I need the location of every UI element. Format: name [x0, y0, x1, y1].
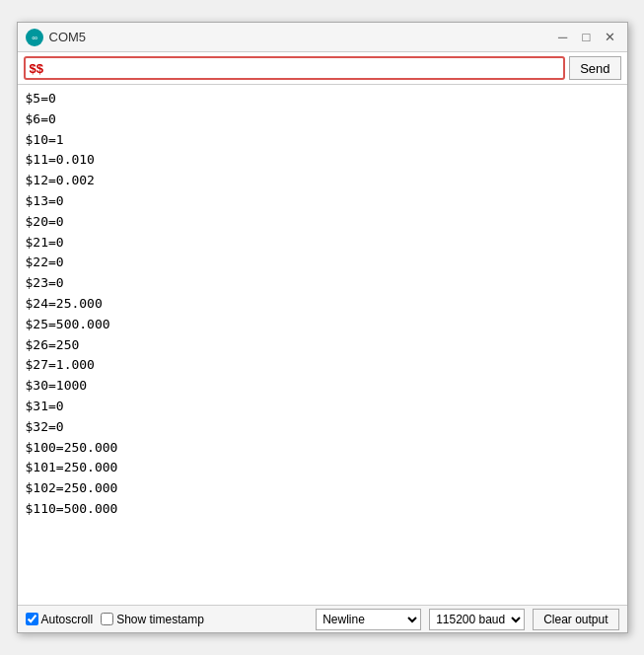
newline-select[interactable]: Newline No line ending Carriage return B…: [316, 609, 421, 630]
output-line: $5=0: [26, 89, 619, 109]
output-line: $110=500.000: [26, 499, 619, 520]
autoscroll-label[interactable]: Autoscroll: [26, 613, 94, 626]
output-line: $6=0: [26, 109, 619, 130]
maximize-button[interactable]: □: [578, 29, 596, 46]
app-icon: ∞: [26, 29, 43, 46]
baud-select[interactable]: 115200 baud 300 1200 9600 57600: [429, 609, 525, 630]
title-bar: ∞ COM5 ─ □ ✕: [18, 23, 627, 52]
status-bar: Autoscroll Show timestamp Newline No lin…: [18, 605, 627, 632]
send-button[interactable]: Send: [569, 56, 620, 80]
output-line: $26=250: [26, 335, 619, 356]
output-line: $31=0: [26, 397, 619, 417]
serial-monitor-window: ∞ COM5 ─ □ ✕ Send $5=0$6=0$10=1$11=0.010…: [17, 22, 628, 633]
command-input[interactable]: [24, 56, 566, 80]
output-line: $11=0.010: [26, 150, 619, 171]
output-line: $10=1: [26, 130, 619, 151]
output-line: $22=0: [26, 253, 619, 273]
output-line: $102=250.000: [26, 478, 619, 499]
output-area[interactable]: $5=0$6=0$10=1$11=0.010$12=0.002$13=0$20=…: [18, 85, 627, 605]
clear-button[interactable]: Clear output: [533, 609, 618, 630]
svg-text:∞: ∞: [32, 34, 37, 42]
timestamp-checkbox[interactable]: [101, 613, 113, 625]
output-line: $27=1.000: [26, 355, 619, 376]
output-line: $32=0: [26, 417, 619, 438]
output-line: $30=1000: [26, 376, 619, 397]
minimize-button[interactable]: ─: [554, 29, 572, 46]
output-line: $100=250.000: [26, 438, 619, 459]
close-button[interactable]: ✕: [602, 29, 619, 46]
output-line: $20=0: [26, 212, 619, 233]
output-line: $21=0: [26, 233, 619, 254]
timestamp-text: Show timestamp: [116, 613, 204, 626]
autoscroll-text: Autoscroll: [41, 613, 94, 626]
window-title: COM5: [49, 30, 554, 44]
output-line: $24=25.000: [26, 294, 619, 315]
toolbar: Send: [18, 52, 627, 85]
output-line: $23=0: [26, 273, 619, 294]
output-line: $25=500.000: [26, 315, 619, 335]
output-line: $13=0: [26, 191, 619, 212]
autoscroll-checkbox[interactable]: [26, 613, 38, 625]
window-controls: ─ □ ✕: [554, 29, 619, 46]
output-line: $12=0.002: [26, 171, 619, 191]
output-line: $101=250.000: [26, 458, 619, 478]
timestamp-label[interactable]: Show timestamp: [101, 613, 204, 626]
